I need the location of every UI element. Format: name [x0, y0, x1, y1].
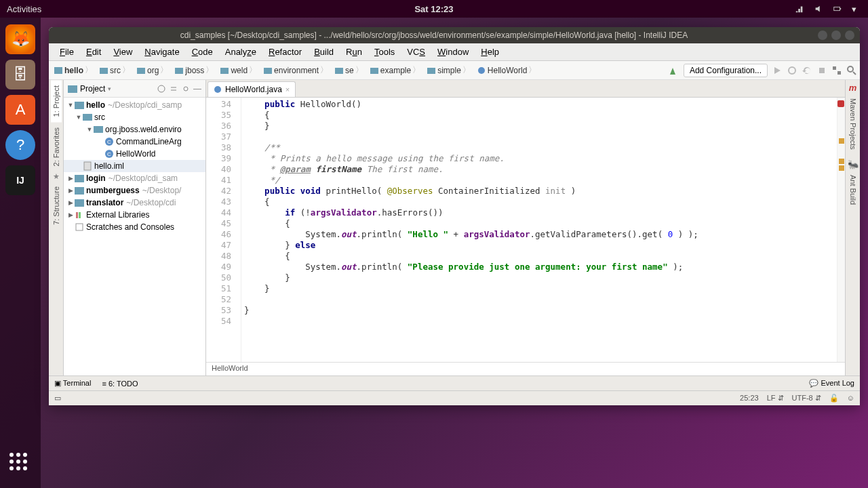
- crumb-class[interactable]: HelloWorld〉: [475, 64, 540, 76]
- warn-mark[interactable]: [839, 159, 844, 164]
- svg-line-17: [853, 72, 856, 75]
- status-encoding[interactable]: UTF-8 ⇵: [792, 394, 821, 403]
- crumb-weld[interactable]: weld〉: [218, 64, 261, 76]
- tool-favorites[interactable]: 2: Favorites: [51, 122, 62, 171]
- menu-help[interactable]: Help: [475, 45, 505, 59]
- menu-vcs[interactable]: VCS: [401, 45, 431, 59]
- svg-point-20: [184, 87, 188, 91]
- menu-navigate[interactable]: Navigate: [139, 45, 184, 59]
- collapse-icon[interactable]: [169, 84, 178, 94]
- editor-breadcrumb[interactable]: HelloWorld: [206, 362, 845, 375]
- run-icon[interactable]: [772, 65, 783, 76]
- rerun-icon[interactable]: [802, 65, 812, 76]
- tool-ant[interactable]: Ant Build: [848, 169, 859, 210]
- tree-login[interactable]: ▶login~/Desktop/cdi_sam: [64, 172, 205, 184]
- structure-icon[interactable]: [831, 65, 842, 76]
- stop-icon[interactable]: [816, 65, 827, 76]
- status-readonly-icon[interactable]: 🔓: [829, 394, 839, 403]
- volume-icon[interactable]: [814, 4, 823, 14]
- menubar: File Edit View Navigate Code Analyze Ref…: [49, 43, 860, 61]
- menu-refactor[interactable]: Refactor: [263, 45, 307, 59]
- menu-view[interactable]: View: [108, 45, 138, 59]
- code-editor[interactable]: 34 35 36 37 38 39 40 41 42 43 44 45 46 4…: [206, 98, 845, 362]
- tree-hello[interactable]: ▼hello~/Desktop/cdi_samp: [64, 99, 205, 111]
- minimize-button[interactable]: [818, 30, 827, 40]
- crumb-src[interactable]: src〉: [97, 64, 134, 76]
- warn-mark[interactable]: [839, 138, 844, 144]
- svg-rect-33: [79, 212, 81, 218]
- warn-mark[interactable]: [839, 165, 844, 171]
- dock-firefox[interactable]: 🦊: [5, 24, 35, 54]
- status-position[interactable]: 25:23: [740, 394, 759, 403]
- tree-cls1[interactable]: CCommandLineArg: [64, 136, 205, 148]
- network-icon[interactable]: [795, 4, 804, 14]
- activities-label[interactable]: Activities: [7, 4, 41, 14]
- debug-icon[interactable]: [787, 65, 797, 76]
- tool-maven[interactable]: Maven Projects: [848, 93, 859, 155]
- svg-rect-18: [68, 85, 77, 93]
- code-content[interactable]: public HelloWorld() { } /** * Prints a h…: [241, 98, 837, 362]
- tree-extlib[interactable]: ▶External Libraries: [64, 209, 205, 221]
- menu-analyze[interactable]: Analyze: [220, 45, 262, 59]
- build-icon[interactable]: [669, 65, 679, 76]
- crumb-jboss[interactable]: jboss〉: [172, 64, 218, 76]
- add-configuration-button[interactable]: Add Configuration...: [684, 64, 768, 77]
- tree-iml[interactable]: hello.iml: [64, 160, 205, 172]
- tool-terminal[interactable]: ▣ Terminal: [54, 379, 91, 388]
- dock-software[interactable]: A: [5, 95, 35, 125]
- maximize-button[interactable]: [831, 30, 841, 40]
- tree-src[interactable]: ▼src: [64, 111, 205, 123]
- close-tab-icon[interactable]: ×: [285, 85, 290, 94]
- menu-window[interactable]: Window: [432, 45, 474, 59]
- svg-rect-13: [819, 68, 825, 73]
- search-icon[interactable]: [846, 65, 857, 76]
- crumb-org[interactable]: org〉: [134, 64, 172, 76]
- tool-todo[interactable]: ≡ 6: TODO: [102, 380, 138, 388]
- power-icon[interactable]: ▾: [852, 4, 861, 14]
- error-mark[interactable]: [837, 100, 844, 107]
- menu-tools[interactable]: Tools: [369, 45, 400, 59]
- titlebar[interactable]: cdi_samples [~/Desktop/cdi_samples] - ..…: [49, 27, 860, 43]
- tree-cls2[interactable]: CHelloWorld: [64, 148, 205, 160]
- menu-file[interactable]: File: [54, 45, 79, 59]
- menu-run[interactable]: Run: [340, 45, 368, 59]
- status-msg-icon[interactable]: ▭: [54, 394, 61, 403]
- svg-point-12: [789, 67, 795, 74]
- hide-icon[interactable]: —: [193, 84, 201, 94]
- menu-code[interactable]: Code: [186, 45, 218, 59]
- menu-build[interactable]: Build: [309, 45, 339, 59]
- status-line-sep[interactable]: LF ⇵: [767, 394, 784, 403]
- gear-icon[interactable]: [181, 84, 191, 94]
- dock-show-apps[interactable]: [9, 453, 31, 474]
- crumb-simple[interactable]: simple〉: [425, 64, 475, 76]
- crumb-example[interactable]: example〉: [368, 64, 425, 76]
- battery-icon[interactable]: [833, 4, 842, 14]
- tool-project[interactable]: 1: Project: [51, 80, 62, 122]
- tree-translator[interactable]: ▶translator~/Desktop/cdi: [64, 197, 205, 209]
- tree-pkg[interactable]: ▼org.jboss.weld.enviro: [64, 123, 205, 136]
- status-hector-icon[interactable]: ☺: [847, 394, 854, 403]
- crumb-environment[interactable]: environment〉: [261, 64, 332, 76]
- clock[interactable]: Sat 12:23: [414, 4, 453, 14]
- class-icon: [214, 85, 222, 94]
- dock-help[interactable]: ?: [5, 130, 35, 160]
- svg-rect-14: [833, 66, 836, 70]
- status-bar: ▭ 25:23 LF ⇵ UTF-8 ⇵ 🔓 ☺: [49, 390, 860, 405]
- crumb-hello[interactable]: hello〉: [52, 64, 97, 76]
- tab-helloworld[interactable]: HelloWorld.java ×: [208, 81, 296, 97]
- tool-eventlog[interactable]: 💬 Event Log: [809, 379, 854, 388]
- tree-scratch[interactable]: Scratches and Consoles: [64, 221, 205, 233]
- navigation-bar: hello〉 src〉 org〉 jboss〉 weld〉 environmen…: [49, 61, 860, 80]
- error-stripe[interactable]: [837, 98, 845, 362]
- tool-structure[interactable]: 7: Structure: [51, 181, 62, 230]
- close-button[interactable]: [845, 30, 854, 40]
- menu-edit[interactable]: Edit: [81, 45, 106, 59]
- svg-text:C: C: [107, 139, 111, 145]
- crumb-se[interactable]: se〉: [332, 64, 368, 76]
- dock-intellij[interactable]: IJ: [5, 165, 35, 195]
- target-icon[interactable]: [157, 84, 166, 94]
- tree-numberguess[interactable]: ▶numberguess~/Desktop/: [64, 184, 205, 197]
- svg-point-19: [158, 85, 165, 92]
- dock-files[interactable]: 🗄: [5, 60, 35, 89]
- svg-rect-28: [84, 162, 91, 170]
